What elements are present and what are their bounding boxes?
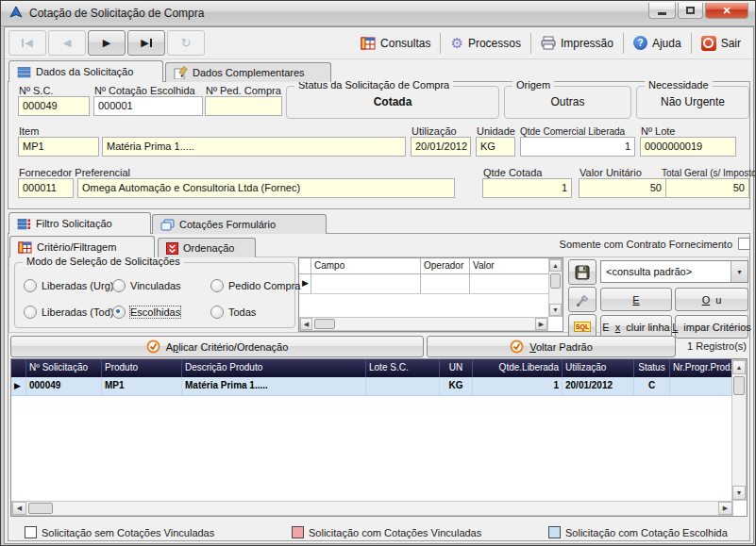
results-hscrollbar[interactable]: ◀ ▶: [11, 501, 733, 516]
cotacao-escolhida-field[interactable]: 000001: [93, 96, 203, 116]
clear-brush-button[interactable]: [568, 287, 596, 312]
item-label: Item: [19, 125, 39, 137]
criteria-cell-operador[interactable]: [421, 274, 470, 293]
criteria-cell-campo[interactable]: [311, 274, 421, 293]
criteria-col-operador[interactable]: Operador: [421, 258, 470, 273]
col-nr-progr-prod[interactable]: Nr.Progr.Prod.: [670, 359, 731, 377]
qtde-cotada-field[interactable]: 1: [482, 178, 572, 198]
results-vscrollbar[interactable]: ▲ ▼: [731, 359, 747, 501]
col-qtde-liberada[interactable]: Qtde.Liberada: [473, 359, 563, 377]
sair-button[interactable]: Sair: [695, 30, 748, 56]
chevron-down-icon[interactable]: ▼: [731, 261, 748, 282]
scroll-right-icon[interactable]: ▶: [718, 502, 732, 515]
close-button[interactable]: ✕: [705, 3, 748, 19]
radio-icon-checked: [112, 306, 126, 319]
toolbar-separator: [623, 33, 624, 54]
maximize-button[interactable]: [678, 3, 703, 19]
qtde-liberada-field[interactable]: 1: [520, 137, 635, 157]
table-row[interactable]: ▶ 000049 MP1 Matéria Prima 1..... KG 1 2…: [11, 377, 731, 396]
radio-icon: [112, 279, 126, 292]
radio-liberadas-urg[interactable]: Liberadas (Urg): [24, 278, 113, 292]
col-produto[interactable]: Produto: [102, 359, 182, 377]
necessidade-value: Não Urgente: [641, 95, 745, 108]
and-button[interactable]: E: [600, 288, 672, 311]
pages-icon: [160, 219, 175, 231]
legend-label-com-cotacoes: Solicitação com Cotações Vinculadas: [309, 527, 481, 538]
col-descricao-produto[interactable]: Descrição Produto: [182, 359, 366, 377]
scroll-thumb[interactable]: [550, 273, 561, 289]
nav-next-button[interactable]: ▶: [88, 30, 126, 56]
impressao-button[interactable]: Impressão: [534, 30, 620, 56]
scroll-right-icon[interactable]: ▶: [535, 318, 547, 330]
limpar-criterios-button[interactable]: Limpar Critérios: [675, 315, 748, 339]
fornecedor-nome-field[interactable]: Omega Automação e Consultoria Ltda (Forn…: [77, 178, 455, 198]
minimize-button[interactable]: [648, 3, 676, 19]
scroll-thumb[interactable]: [314, 319, 335, 329]
radio-escolhidas[interactable]: Escolhidas: [112, 305, 180, 319]
voltar-padrao-button[interactable]: Voltar Padrão: [427, 336, 676, 357]
maximize-icon: [686, 7, 695, 14]
scroll-left-icon[interactable]: ◀: [300, 318, 312, 330]
criteria-col-campo[interactable]: Campo: [311, 258, 421, 273]
fornecedor-label: Fornecedor Preferencial: [19, 167, 130, 178]
utilizacao-field[interactable]: 20/01/2012: [411, 137, 471, 157]
filter-list-icon: [17, 218, 31, 230]
total-geral-field[interactable]: 50: [665, 178, 749, 198]
fornecedor-code-field[interactable]: 000011: [18, 178, 74, 198]
nav-last-button[interactable]: ▶: [127, 30, 165, 56]
nav-previous-button[interactable]: ◀: [48, 30, 86, 56]
tab-filtro-solicitacao[interactable]: Filtro Solicitação: [8, 212, 151, 234]
col-n-solicitacao[interactable]: Nº Solicitação: [26, 359, 102, 377]
nav-first-button[interactable]: ◀: [8, 30, 46, 56]
criteria-cell-valor[interactable]: [470, 274, 547, 293]
scroll-left-icon[interactable]: ◀: [12, 502, 26, 515]
cell-produto: MP1: [102, 377, 182, 395]
col-lote-sc[interactable]: Lote S.C.: [366, 359, 440, 377]
radio-vinculadas[interactable]: Vinculadas: [112, 278, 181, 292]
valor-unitario-field[interactable]: 50: [579, 178, 666, 198]
col-un[interactable]: UN: [440, 359, 473, 377]
header-indicator: [11, 359, 26, 377]
processos-button[interactable]: ⚙ Processos: [444, 30, 527, 56]
tab-criterio-filtragem[interactable]: Critério/Filtragem: [9, 236, 155, 257]
necessidade-groupbox: Necessidade Não Urgente: [636, 86, 749, 119]
save-query-button[interactable]: [568, 259, 596, 285]
contrato-fornecimento-checkbox[interactable]: [738, 238, 750, 250]
lote-field[interactable]: 0000000019: [640, 137, 736, 157]
col-status[interactable]: Status: [634, 359, 670, 377]
consulta-padrao-dropdown[interactable]: <consulta padrão> ▼: [600, 260, 748, 283]
tab-cotacoes-formulario[interactable]: Cotações Formulário: [152, 214, 327, 234]
criteria-hscrollbar[interactable]: ◀ ▶: [299, 317, 548, 331]
tab-dados-solicitacao[interactable]: Dados da Solicitação: [8, 60, 163, 82]
tab-ordenacao[interactable]: Ordenação: [158, 238, 256, 257]
radio-todas[interactable]: Todas: [210, 305, 256, 319]
cell-un: KG: [440, 377, 473, 395]
consultas-button[interactable]: Consultas: [354, 30, 437, 56]
criteria-col-valor[interactable]: Valor: [470, 258, 547, 273]
item-code-field[interactable]: MP1: [18, 137, 99, 157]
scroll-down-icon[interactable]: ▼: [549, 304, 562, 316]
nav-refresh-button[interactable]: ↻: [167, 30, 205, 56]
scroll-down-icon[interactable]: ▼: [732, 486, 746, 500]
scroll-up-icon[interactable]: ▲: [732, 360, 746, 374]
list-icon: [17, 66, 31, 78]
ped-compra-field[interactable]: [205, 96, 282, 116]
ajuda-button[interactable]: ? Ajuda: [627, 30, 688, 56]
legend-swatch-com-cotacoes: [292, 526, 304, 538]
radio-pedido-compra[interactable]: Pedido Compra: [210, 278, 300, 292]
col-utilizacao[interactable]: Utilização: [563, 359, 634, 377]
tab-dados-complementares[interactable]: Dados Complementares: [165, 62, 331, 82]
item-desc-field[interactable]: Matéria Prima 1.....: [102, 137, 406, 157]
valor-unitario-label: Valor Unitário: [580, 167, 642, 178]
unidade-field[interactable]: KG: [476, 137, 515, 157]
scroll-up-icon[interactable]: ▲: [549, 259, 562, 272]
scroll-thumb[interactable]: [733, 376, 745, 395]
or-button[interactable]: Ou: [675, 288, 748, 311]
radio-liberadas-tod[interactable]: Liberadas (Tod): [24, 305, 113, 319]
nsc-field[interactable]: 000049: [18, 96, 90, 116]
sort-down-icon: [166, 242, 178, 255]
criteria-vscrollbar[interactable]: ▲ ▼: [548, 258, 563, 317]
previous-record-icon: ◀: [63, 37, 71, 49]
scroll-thumb[interactable]: [28, 503, 53, 514]
aplicar-criterio-button[interactable]: Aplicar Critério/Ordenação: [10, 336, 424, 357]
